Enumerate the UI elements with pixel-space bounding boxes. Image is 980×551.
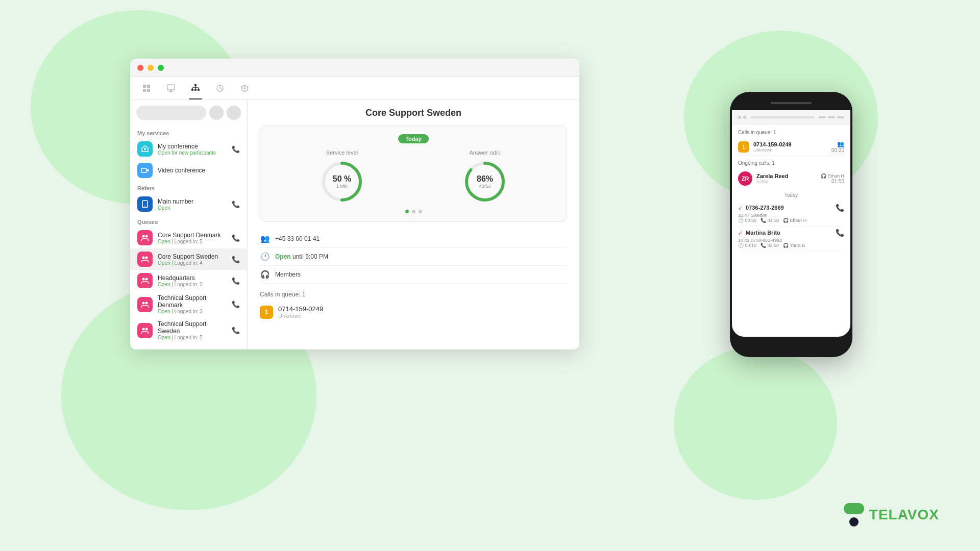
missed-call-icon-1: ↙ bbox=[738, 205, 743, 211]
core-denmark-text: Core Support Denmark Open | Logged in: 5 bbox=[158, 232, 227, 244]
tech-sweden-icon bbox=[137, 323, 153, 338]
phone-hist-num-1: 0736-273-2669 bbox=[746, 205, 784, 211]
hours-info-row: 🕐 Open until 5:00 PM bbox=[260, 248, 567, 266]
phone-bar-3 bbox=[837, 116, 844, 118]
phone-bar-1 bbox=[819, 116, 826, 118]
svg-rect-20 bbox=[141, 168, 146, 172]
desktop-window: My services My conference Open for new p… bbox=[130, 59, 579, 349]
missed-call-icon-2: ↙ bbox=[738, 230, 743, 236]
clock-icon: 🕐 bbox=[260, 252, 270, 261]
phone-number: +45 33 60 01 41 bbox=[275, 235, 320, 242]
sidebar-item-main-number[interactable]: Main number Open 📞 bbox=[130, 193, 247, 215]
main-content: Core Support Sweden Today Service level bbox=[248, 99, 579, 349]
service-level-label: Service level bbox=[326, 149, 358, 156]
answer-ratio-value: 86% 43/50 bbox=[477, 174, 493, 189]
svg-rect-4 bbox=[167, 85, 175, 90]
nav-grid-icon[interactable] bbox=[140, 82, 153, 94]
avatar-1[interactable] bbox=[209, 106, 224, 120]
headquarters-call-btn[interactable]: 📞 bbox=[232, 277, 240, 285]
close-button[interactable] bbox=[137, 65, 143, 71]
svg-point-19 bbox=[144, 148, 146, 150]
svg-point-32 bbox=[145, 328, 148, 330]
sidebar-item-tech-support-sweden[interactable]: Technical Support Sweden Open | Logged i… bbox=[130, 317, 247, 343]
search-bar[interactable] bbox=[136, 106, 206, 120]
core-denmark-call-btn[interactable]: 📞 bbox=[232, 234, 240, 242]
phone-queue-number: 0714-159-0249 bbox=[753, 141, 827, 147]
svg-point-27 bbox=[142, 278, 145, 281]
core-sweden-call-btn[interactable]: 📞 bbox=[232, 256, 240, 263]
sidebar-item-video-conference[interactable]: Video conference bbox=[130, 160, 247, 181]
telavox-dot-icon bbox=[849, 517, 859, 527]
core-sweden-icon bbox=[137, 252, 153, 267]
svg-point-22 bbox=[144, 206, 145, 207]
nav-settings-icon[interactable] bbox=[238, 82, 251, 94]
tech-denmark-text: Technical Support Denmark Open | Logged … bbox=[158, 294, 227, 314]
nav-org-chart-icon[interactable] bbox=[189, 82, 202, 94]
telavox-icons bbox=[844, 503, 864, 527]
title-bar bbox=[130, 59, 579, 77]
dot-2[interactable] bbox=[412, 210, 415, 213]
video-conference-icon bbox=[137, 163, 153, 178]
status-bar-progress bbox=[750, 116, 815, 118]
status-bar-right bbox=[819, 116, 844, 118]
tech-denmark-icon bbox=[137, 297, 153, 312]
phone-hist-call-1[interactable]: 📞 bbox=[836, 204, 844, 212]
sidebar-item-core-support-denmark[interactable]: Core Support Denmark Open | Logged in: 5… bbox=[130, 227, 247, 248]
answer-ratio-chart: 86% 43/50 bbox=[462, 159, 508, 205]
queue-title: Calls in queue: 1 bbox=[260, 291, 567, 298]
my-conference-call-btn[interactable]: 📞 bbox=[232, 145, 240, 153]
phone-ongoing-info: Zarela Reed Acme bbox=[756, 173, 817, 184]
svg-rect-2 bbox=[143, 89, 146, 92]
nav-clock-icon[interactable] bbox=[214, 82, 226, 94]
tech-sweden-text: Technical Support Sweden Open | Logged i… bbox=[158, 320, 227, 340]
phone-queue-info: 0714-159-0249 Unknown bbox=[753, 141, 827, 153]
tech-sweden-call-btn[interactable]: 📞 bbox=[232, 327, 240, 334]
phone-status-bar bbox=[732, 110, 850, 124]
svg-rect-9 bbox=[194, 89, 197, 91]
svg-rect-3 bbox=[147, 89, 150, 92]
phone-info-row: 👥 +45 33 60 01 41 bbox=[260, 230, 567, 248]
svg-line-18 bbox=[220, 88, 222, 89]
phone-today-title: Today bbox=[738, 192, 844, 198]
nav-bar bbox=[130, 77, 579, 99]
open-status: Open until 5:00 PM bbox=[275, 253, 328, 260]
stats-carousel: Today Service level 50 % bbox=[260, 126, 567, 222]
status-dot-1 bbox=[738, 116, 741, 119]
carousel-dots bbox=[271, 210, 556, 213]
svg-point-24 bbox=[145, 235, 148, 238]
video-conference-text: Video conference bbox=[158, 167, 240, 174]
svg-point-28 bbox=[145, 278, 148, 281]
minimize-button[interactable] bbox=[148, 65, 154, 71]
sidebar-item-core-support-sweden[interactable]: Core Support Sweden Open | Logged in: 4 … bbox=[130, 248, 247, 270]
dur2-1: 📞 04:10 bbox=[761, 218, 779, 223]
dot-1[interactable] bbox=[405, 210, 409, 213]
sidebar-item-my-conference[interactable]: My conference Open for new participants … bbox=[130, 138, 247, 160]
queue-number: 0714-159-0249 bbox=[278, 305, 323, 313]
svg-rect-7 bbox=[194, 84, 197, 86]
svg-rect-1 bbox=[147, 85, 150, 88]
svg-rect-8 bbox=[191, 89, 193, 91]
svg-rect-10 bbox=[198, 89, 200, 91]
nav-monitor-icon[interactable] bbox=[165, 82, 177, 94]
avatar-2[interactable] bbox=[227, 106, 241, 120]
tech-denmark-call-btn[interactable]: 📞 bbox=[232, 300, 240, 308]
service-level-value: 50 % 1 Min bbox=[333, 174, 351, 189]
sidebar-item-headquarters[interactable]: Headquarters Open | Logged in: 2 📞 bbox=[130, 270, 247, 291]
sidebar-item-tech-support-denmark[interactable]: Technical Support Denmark Open | Logged … bbox=[130, 291, 247, 317]
phone-hist-call-2[interactable]: 📞 bbox=[836, 229, 844, 237]
agent-1: 🎧 Ethan H bbox=[783, 218, 806, 223]
svg-rect-5 bbox=[170, 90, 172, 91]
group-icon: 👥 bbox=[260, 234, 270, 243]
queue-badge: 1 bbox=[260, 306, 273, 319]
phone-queue-badge: 1 bbox=[738, 141, 749, 153]
dot-3[interactable] bbox=[419, 210, 422, 213]
my-services-label: My services bbox=[130, 126, 247, 138]
svg-point-23 bbox=[142, 235, 145, 238]
telavox-logo: TELAVOX bbox=[844, 503, 939, 527]
main-number-call-btn[interactable]: 📞 bbox=[232, 201, 240, 208]
sidebar-search-area bbox=[136, 106, 241, 120]
svg-point-31 bbox=[142, 328, 145, 330]
maximize-button[interactable] bbox=[158, 65, 164, 71]
stats-metrics: Service level 50 % 1 Min bbox=[271, 149, 556, 205]
svg-point-26 bbox=[145, 257, 148, 259]
